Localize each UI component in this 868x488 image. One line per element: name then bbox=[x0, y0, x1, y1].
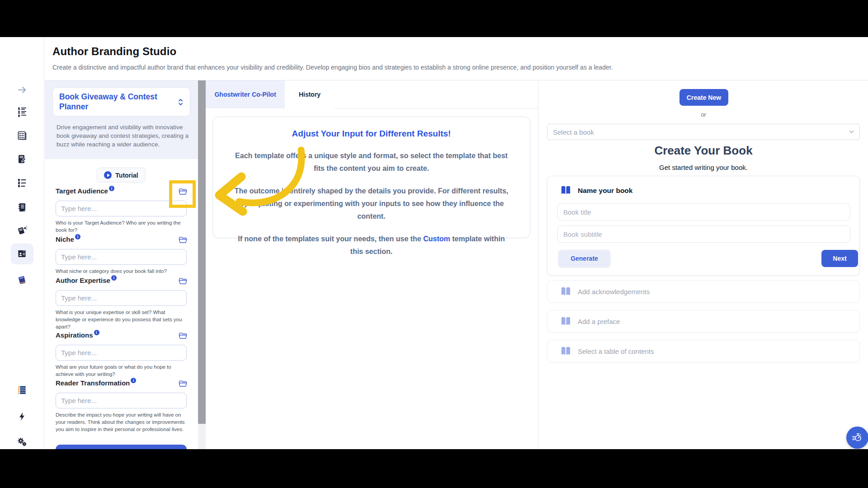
card-paragraph-2: The outcome is entirely shaped by the de… bbox=[231, 185, 512, 223]
tab-history[interactable]: History bbox=[285, 80, 335, 108]
team-list-icon[interactable] bbox=[12, 102, 32, 122]
page-title: Author Branding Studio bbox=[52, 45, 176, 58]
name-your-book-card: Name your book Generate Next bbox=[547, 176, 860, 276]
add-acknowledgements-row[interactable]: Add acknowledgements bbox=[547, 280, 860, 303]
page-subtitle: Create a distinctive and impactful autho… bbox=[52, 64, 613, 71]
checklist-board-icon[interactable] bbox=[12, 126, 32, 145]
info-icon[interactable]: i bbox=[94, 330, 99, 335]
aspirations-input[interactable] bbox=[56, 345, 187, 361]
template-description: Drive engagement and visibility with inn… bbox=[57, 123, 190, 149]
book-promotion-icon[interactable] bbox=[12, 221, 32, 240]
book-subtitle-input[interactable] bbox=[557, 225, 850, 243]
open-book-icon bbox=[560, 286, 571, 297]
scrollbar-thumb[interactable] bbox=[198, 80, 206, 424]
top-letterbox bbox=[0, 0, 868, 37]
planner-panel: Book Giveaway & Contest Planner Drive en… bbox=[45, 80, 198, 449]
tutorial-button[interactable]: Tutorial bbox=[97, 168, 146, 183]
name-your-book-title: Name your book bbox=[578, 187, 632, 195]
card-paragraph-1: Each template offers a unique style and … bbox=[231, 150, 512, 175]
target-audience-input[interactable] bbox=[56, 201, 187, 216]
field-help-text: What is your unique expertise or skill s… bbox=[56, 309, 188, 330]
info-icon[interactable]: i bbox=[131, 378, 136, 383]
adjust-input-card: Adjust Your Input for Different Results!… bbox=[212, 117, 530, 238]
field-help-text: What niche or category does your book fa… bbox=[56, 267, 188, 275]
chevron-down-icon bbox=[849, 130, 854, 134]
folder-icon[interactable] bbox=[178, 332, 188, 340]
field-aspirations: Aspirationsi What are your future goals … bbox=[56, 331, 188, 378]
notebook-icon[interactable] bbox=[12, 197, 32, 217]
info-icon[interactable]: i bbox=[75, 234, 80, 239]
book-edit-icon[interactable] bbox=[12, 149, 32, 169]
chevron-up-down-icon bbox=[177, 98, 184, 107]
or-label: or bbox=[539, 111, 868, 118]
play-icon bbox=[104, 171, 112, 179]
folder-icon[interactable] bbox=[178, 236, 188, 244]
card-paragraph-3: If none of the templates suit your needs… bbox=[231, 233, 512, 258]
select-table-of-contents-row[interactable]: Select a table of contents bbox=[547, 340, 860, 362]
sidebar-nav bbox=[0, 37, 44, 449]
generate-button[interactable]: Generate bbox=[558, 250, 610, 267]
panel-scrollbar[interactable] bbox=[198, 80, 206, 449]
book-icon[interactable] bbox=[12, 270, 32, 290]
chapters-list-icon[interactable] bbox=[12, 380, 32, 400]
field-reader-transformation: Reader Transformationi Describe the impa… bbox=[56, 379, 188, 433]
annotation-highlight-box bbox=[169, 180, 196, 208]
milestone-list-icon[interactable] bbox=[12, 173, 32, 193]
collapse-arrow-right-icon[interactable] bbox=[12, 80, 32, 100]
folder-icon[interactable] bbox=[178, 380, 188, 388]
template-selector[interactable]: Book Giveaway & Contest Planner bbox=[52, 87, 190, 117]
folder-icon[interactable] bbox=[178, 277, 188, 285]
field-help-text: Describe the impact you hope your writin… bbox=[56, 411, 188, 433]
page-header: Author Branding Studio Create a distinct… bbox=[44, 37, 868, 80]
tab-ghostwriter-co-pilot[interactable]: Ghostwriter Co-Pilot bbox=[206, 80, 285, 108]
open-book-icon bbox=[560, 316, 571, 327]
create-your-book-heading: Create Your Book bbox=[539, 144, 868, 158]
speed-timer-button[interactable] bbox=[846, 427, 868, 449]
copilot-tabbar: Ghostwriter Co-Pilot History bbox=[206, 80, 538, 108]
niche-input[interactable] bbox=[56, 249, 187, 265]
field-help-text: Who is your Target Audience? Who are you… bbox=[56, 219, 188, 234]
card-title: Adjust Your Input for Different Results! bbox=[231, 129, 512, 139]
next-button[interactable]: Next bbox=[821, 250, 858, 267]
info-icon[interactable]: i bbox=[109, 186, 114, 191]
copilot-panel: Ghostwriter Co-Pilot History Adjust Your… bbox=[206, 80, 538, 449]
book-title-input[interactable] bbox=[557, 203, 850, 221]
reader-transformation-input[interactable] bbox=[56, 393, 187, 408]
open-book-icon bbox=[560, 185, 571, 196]
field-target-audience: Target Audiencei Who is your Target Audi… bbox=[56, 187, 188, 234]
create-new-button[interactable]: Create New bbox=[679, 89, 728, 106]
open-book-icon bbox=[560, 346, 571, 357]
author-profile-icon[interactable] bbox=[12, 244, 32, 264]
app-window: Author Branding Studio Create a distinct… bbox=[0, 0, 868, 488]
book-builder-panel: Create New or Select a book Create Your … bbox=[539, 80, 868, 449]
template-selector-label: Book Giveaway & Contest Planner bbox=[59, 92, 177, 112]
stopwatch-icon bbox=[851, 432, 863, 444]
create-your-book-subheading: Get started writing your book. bbox=[539, 164, 868, 171]
info-icon[interactable]: i bbox=[111, 275, 117, 281]
field-author-expertise: Author Expertisei What is your unique ex… bbox=[56, 277, 188, 330]
quick-actions-icon[interactable] bbox=[12, 407, 32, 427]
field-niche: Nichei What niche or category does your … bbox=[56, 235, 188, 275]
add-preface-row[interactable]: Add a preface bbox=[547, 310, 860, 333]
field-help-text: What are your future goals or what do yo… bbox=[56, 363, 188, 378]
author-expertise-input[interactable] bbox=[56, 290, 187, 306]
select-book-dropdown[interactable]: Select a book bbox=[547, 124, 860, 140]
custom-template-link[interactable]: Custom bbox=[423, 235, 450, 243]
bottom-letterbox bbox=[0, 449, 868, 488]
